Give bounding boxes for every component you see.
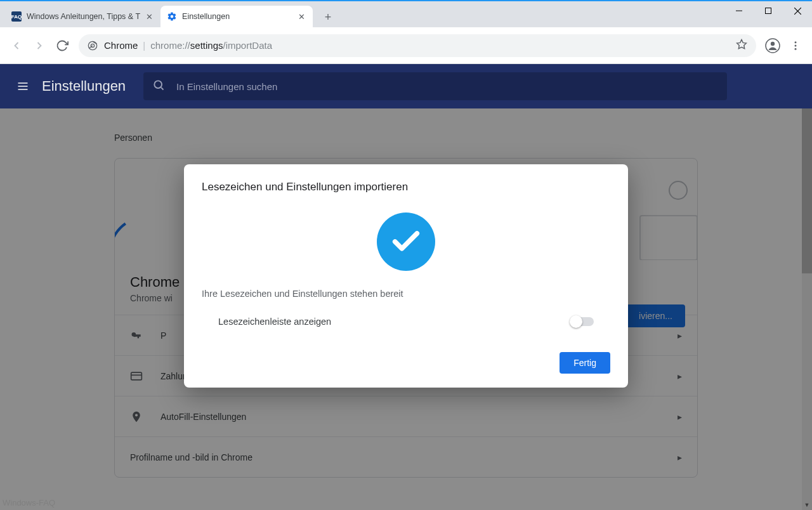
import-bookmarks-dialog: Lesezeichen und Einstellungen importiere…	[184, 164, 628, 388]
hamburger-menu-icon[interactable]	[11, 75, 34, 98]
svg-point-12	[795, 44, 797, 46]
settings-page-title: Einstellungen	[42, 78, 126, 95]
bookmark-star-icon[interactable]	[736, 39, 747, 52]
close-tab-icon[interactable]: ✕	[296, 11, 306, 22]
back-button[interactable]	[5, 34, 28, 57]
omnibox-prefix: Chrome	[104, 40, 138, 51]
svg-point-10	[771, 41, 775, 45]
address-bar[interactable]: Chrome | chrome://settings/importData	[79, 34, 756, 57]
svg-rect-1	[766, 8, 771, 14]
chrome-icon	[88, 41, 98, 51]
watermark-text: Windows-FAQ	[3, 498, 55, 507]
close-window-button[interactable]	[783, 1, 812, 20]
svg-point-13	[795, 48, 797, 49]
tab-strip: FAQ Windows Anleitungen, Tipps & T ✕ Ein…	[0, 1, 812, 27]
omnibox-divider: |	[143, 40, 145, 51]
settings-search-box[interactable]: In Einstellungen suchen	[143, 72, 727, 100]
browser-tab-inactive[interactable]: FAQ Windows Anleitungen, Tipps & T ✕	[5, 6, 160, 27]
search-icon	[152, 79, 165, 94]
svg-point-11	[795, 41, 797, 43]
tab-title: Windows Anleitungen, Tipps & T	[27, 12, 140, 21]
success-indicator	[202, 213, 610, 271]
omnibox-url-part: settings	[190, 40, 223, 51]
browser-menu-button[interactable]	[784, 34, 807, 57]
browser-toolbar: Chrome | chrome://settings/importData	[0, 27, 812, 64]
svg-marker-8	[737, 40, 747, 49]
maximize-button[interactable]	[754, 1, 783, 20]
dialog-title: Lesezeichen und Einstellungen importiere…	[202, 181, 610, 193]
settings-search-placeholder: In Einstellungen suchen	[176, 81, 277, 92]
favicon-settings-gear-icon	[167, 11, 177, 22]
show-bookmarks-bar-row: Lesezeichenleiste anzeigen	[202, 317, 610, 327]
favicon-faq: FAQ	[11, 11, 22, 22]
tab-title: Einstellungen	[182, 12, 292, 21]
svg-line-18	[161, 88, 164, 90]
forward-button[interactable]	[28, 34, 51, 57]
checkmark-circle-icon	[377, 213, 435, 271]
reload-button[interactable]	[51, 34, 74, 57]
bookmarks-bar-toggle[interactable]	[571, 317, 594, 326]
omnibox-url-part: /importData	[223, 40, 273, 51]
dialog-message: Ihre Lesezeichen und Einstellungen stehe…	[202, 289, 610, 299]
close-tab-icon[interactable]: ✕	[144, 11, 154, 22]
toggle-label: Lesezeichenleiste anzeigen	[218, 317, 331, 327]
minimize-button[interactable]	[724, 1, 754, 20]
settings-header: Einstellungen In Einstellungen suchen	[0, 64, 812, 108]
svg-point-17	[154, 81, 162, 88]
done-button[interactable]: Fertig	[560, 352, 610, 374]
omnibox-url-part: chrome://	[150, 40, 190, 51]
browser-tab-active[interactable]: Einstellungen ✕	[160, 6, 313, 27]
window-controls	[724, 1, 812, 20]
toggle-knob	[570, 315, 582, 328]
new-tab-button[interactable]: +	[319, 8, 337, 26]
profile-avatar-button[interactable]	[761, 34, 784, 57]
